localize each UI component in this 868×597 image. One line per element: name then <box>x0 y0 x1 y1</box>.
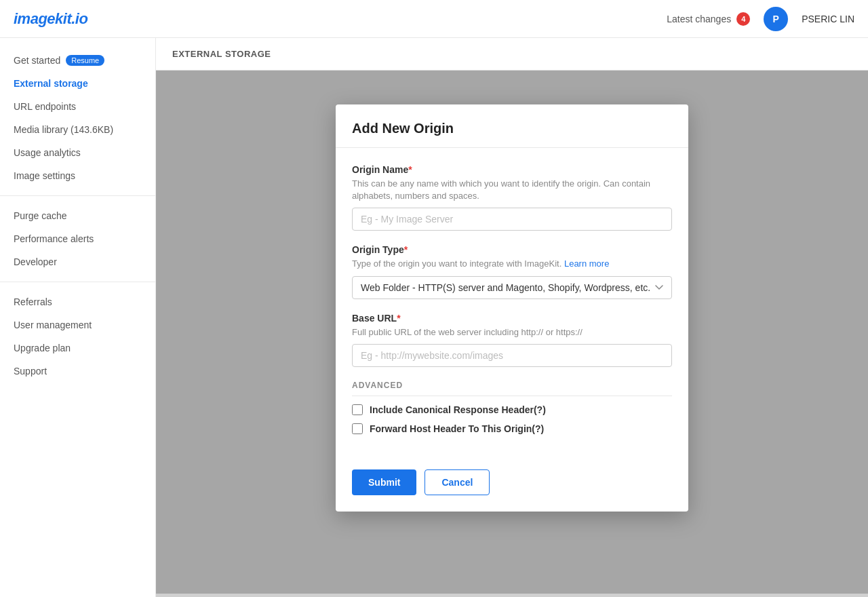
base-url-group: Base URL* Full public URL of the web ser… <box>352 313 672 367</box>
sidebar-label-url-endpoints: URL endpoints <box>14 101 76 112</box>
origin-name-label: Origin Name* <box>352 164 672 175</box>
origin-type-label: Origin Type* <box>352 244 672 255</box>
forward-host-label[interactable]: Forward Host Header To This Origin(?) <box>370 423 544 434</box>
top-bar: imagekit.io Latest changes 4 P PSERIC LI… <box>0 0 868 38</box>
origin-name-description: This can be any name with which you want… <box>352 178 672 202</box>
base-url-label: Base URL* <box>352 313 672 324</box>
advanced-section: ADVANCED Include Canonical Response Head… <box>352 381 672 434</box>
sidebar-label-support: Support <box>14 366 47 377</box>
sidebar-label-developer: Developer <box>14 256 57 267</box>
learn-more-link[interactable]: Learn more <box>564 258 609 269</box>
content-background: EXTERNAL STORAGE Add New Origin <box>156 38 868 597</box>
sidebar-item-media-library[interactable]: Media library (143.6KB) <box>0 118 155 141</box>
forward-host-checkbox[interactable] <box>352 423 363 434</box>
sidebar: Get started Resume External storage URL … <box>0 38 156 597</box>
latest-changes-badge: 4 <box>736 12 750 26</box>
advanced-title: ADVANCED <box>352 381 672 396</box>
origin-name-group: Origin Name* This can be any name with w… <box>352 164 672 231</box>
canonical-header-label[interactable]: Include Canonical Response Header(?) <box>370 404 546 415</box>
forward-host-row: Forward Host Header To This Origin(?) <box>352 423 672 434</box>
primary-nav: External storage URL endpoints Media lib… <box>0 72 155 187</box>
origin-type-description: Type of the origin you want to integrate… <box>352 258 672 270</box>
modal-body: Origin Name* This can be any name with w… <box>336 148 688 459</box>
resume-badge[interactable]: Resume <box>66 55 104 66</box>
content-header-title: EXTERNAL STORAGE <box>172 49 271 59</box>
sidebar-label-performance-alerts: Performance alerts <box>14 233 94 244</box>
sidebar-item-upgrade-plan[interactable]: Upgrade plan <box>0 336 155 360</box>
user-name: PSERIC LIN <box>802 14 854 24</box>
sidebar-item-developer[interactable]: Developer <box>0 250 155 273</box>
sidebar-item-support[interactable]: Support <box>0 360 155 383</box>
secondary-nav: Purge cache Performance alerts Developer <box>0 204 155 273</box>
sidebar-label-purge-cache: Purge cache <box>14 210 67 221</box>
sidebar-item-user-management[interactable]: User management <box>0 313 155 336</box>
sidebar-label-usage-analytics: Usage analytics <box>14 147 81 158</box>
latest-changes-label: Latest changes <box>667 14 731 24</box>
base-url-description: Full public URL of the web server includ… <box>352 326 672 339</box>
tertiary-nav: Referrals User management Upgrade plan S… <box>0 290 155 383</box>
origin-type-select[interactable]: Web Folder - HTTP(S) server and Magento,… <box>352 276 672 299</box>
user-avatar[interactable]: P <box>764 7 788 31</box>
submit-button[interactable]: Submit <box>352 469 416 495</box>
sidebar-item-performance-alerts[interactable]: Performance alerts <box>0 227 155 250</box>
sidebar-item-get-started[interactable]: Get started Resume <box>0 49 155 72</box>
modal-overlay: Add New Origin Origin Name* This can be … <box>156 71 868 594</box>
sidebar-item-usage-analytics[interactable]: Usage analytics <box>0 141 155 164</box>
latest-changes[interactable]: Latest changes 4 <box>667 12 750 26</box>
modal-title: Add New Origin <box>352 121 672 136</box>
sidebar-item-external-storage[interactable]: External storage <box>0 72 155 95</box>
sidebar-label-user-management: User management <box>14 320 92 330</box>
sidebar-item-referrals[interactable]: Referrals <box>0 290 155 313</box>
canonical-header-row: Include Canonical Response Header(?) <box>352 404 672 415</box>
base-url-input[interactable] <box>352 344 672 367</box>
sidebar-label-upgrade-plan: Upgrade plan <box>14 343 71 353</box>
content-page: Add New Origin Origin Name* This can be … <box>156 71 868 594</box>
sidebar-label-external-storage: External storage <box>14 78 88 89</box>
origin-name-input[interactable] <box>352 208 672 231</box>
modal-footer: Submit Cancel <box>336 459 688 512</box>
sidebar-item-purge-cache[interactable]: Purge cache <box>0 204 155 227</box>
sidebar-divider-1 <box>0 195 155 196</box>
content-area: EXTERNAL STORAGE Add New Origin <box>156 38 868 597</box>
logo: imagekit.io <box>14 10 87 28</box>
get-started-label: Get started <box>14 55 60 66</box>
canonical-header-checkbox[interactable] <box>352 404 363 415</box>
content-header: EXTERNAL STORAGE <box>156 38 868 71</box>
sidebar-item-url-endpoints[interactable]: URL endpoints <box>0 95 155 118</box>
add-origin-modal: Add New Origin Origin Name* This can be … <box>336 104 688 512</box>
sidebar-label-media-library: Media library (143.6KB) <box>14 124 113 135</box>
cancel-button[interactable]: Cancel <box>425 469 490 495</box>
top-bar-right: Latest changes 4 P PSERIC LIN <box>667 7 854 31</box>
sidebar-item-image-settings[interactable]: Image settings <box>0 164 155 187</box>
origin-type-group: Origin Type* Type of the origin you want… <box>352 244 672 298</box>
sidebar-label-referrals: Referrals <box>14 296 52 307</box>
sidebar-label-image-settings: Image settings <box>14 170 75 181</box>
sidebar-divider-2 <box>0 282 155 282</box>
modal-header: Add New Origin <box>336 104 688 148</box>
